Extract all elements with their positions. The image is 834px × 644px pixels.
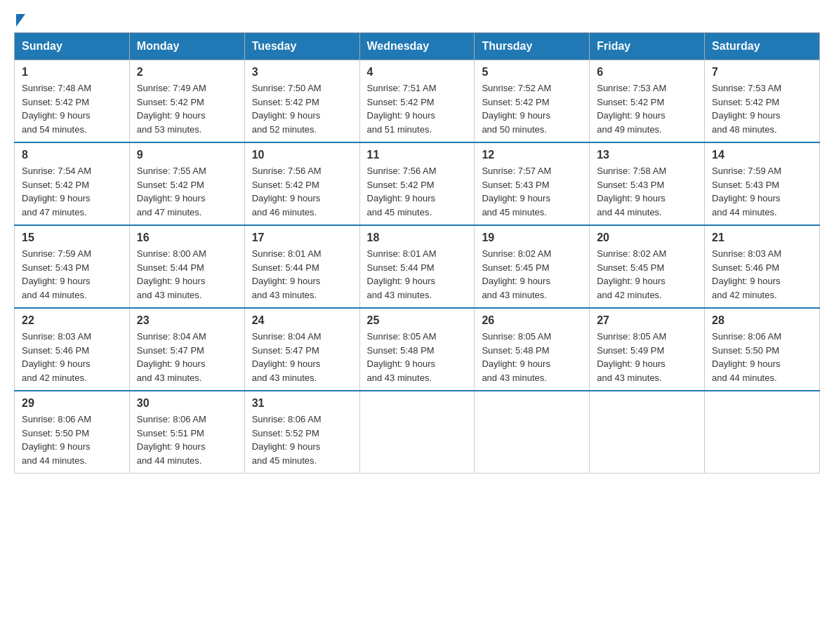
day-number: 20 xyxy=(597,232,697,244)
calendar-cell: 30 Sunrise: 8:06 AM Sunset: 5:51 PM Dayl… xyxy=(129,391,244,474)
day-header-friday: Friday xyxy=(590,33,705,60)
calendar-week-3: 15 Sunrise: 7:59 AM Sunset: 5:43 PM Dayl… xyxy=(15,225,820,308)
calendar-cell: 15 Sunrise: 7:59 AM Sunset: 5:43 PM Dayl… xyxy=(15,225,130,308)
day-info: Sunrise: 7:59 AM Sunset: 5:43 PM Dayligh… xyxy=(22,247,122,302)
calendar-cell: 21 Sunrise: 8:03 AM Sunset: 5:46 PM Dayl… xyxy=(705,225,820,308)
day-number: 17 xyxy=(252,232,352,244)
day-number: 8 xyxy=(22,149,122,161)
day-number: 25 xyxy=(367,314,468,327)
calendar-cell: 24 Sunrise: 8:04 AM Sunset: 5:47 PM Dayl… xyxy=(244,308,359,391)
calendar-cell: 4 Sunrise: 7:51 AM Sunset: 5:42 PM Dayli… xyxy=(359,60,475,143)
day-header-wednesday: Wednesday xyxy=(359,33,475,60)
day-info: Sunrise: 8:04 AM Sunset: 5:47 PM Dayligh… xyxy=(137,330,237,384)
calendar-cell: 27 Sunrise: 8:05 AM Sunset: 5:49 PM Dayl… xyxy=(590,308,705,391)
day-header-tuesday: Tuesday xyxy=(244,33,359,60)
calendar-cell: 25 Sunrise: 8:05 AM Sunset: 5:48 PM Dayl… xyxy=(359,308,475,391)
day-info: Sunrise: 8:05 AM Sunset: 5:48 PM Dayligh… xyxy=(367,330,468,384)
calendar-header-row: SundayMondayTuesdayWednesdayThursdayFrid… xyxy=(15,33,820,60)
day-info: Sunrise: 7:53 AM Sunset: 5:42 PM Dayligh… xyxy=(597,81,697,136)
day-number: 2 xyxy=(137,66,237,79)
calendar-cell: 29 Sunrise: 8:06 AM Sunset: 5:50 PM Dayl… xyxy=(15,391,130,474)
page-header xyxy=(14,14,820,21)
day-info: Sunrise: 7:48 AM Sunset: 5:42 PM Dayligh… xyxy=(22,81,122,136)
day-number: 12 xyxy=(482,149,582,161)
day-info: Sunrise: 7:57 AM Sunset: 5:43 PM Dayligh… xyxy=(482,164,582,219)
day-info: Sunrise: 8:01 AM Sunset: 5:44 PM Dayligh… xyxy=(367,247,468,302)
calendar-cell: 28 Sunrise: 8:06 AM Sunset: 5:50 PM Dayl… xyxy=(705,308,820,391)
day-info: Sunrise: 8:01 AM Sunset: 5:44 PM Dayligh… xyxy=(252,247,352,302)
day-header-monday: Monday xyxy=(129,33,244,60)
calendar-cell: 11 Sunrise: 7:56 AM Sunset: 5:42 PM Dayl… xyxy=(359,142,475,225)
calendar-cell: 7 Sunrise: 7:53 AM Sunset: 5:42 PM Dayli… xyxy=(705,60,820,143)
day-number: 4 xyxy=(367,66,468,79)
logo xyxy=(14,14,25,21)
calendar-cell: 10 Sunrise: 7:56 AM Sunset: 5:42 PM Dayl… xyxy=(244,142,359,225)
day-number: 11 xyxy=(367,149,468,161)
day-info: Sunrise: 7:50 AM Sunset: 5:42 PM Dayligh… xyxy=(252,81,352,136)
calendar-cell: 20 Sunrise: 8:02 AM Sunset: 5:45 PM Dayl… xyxy=(590,225,705,308)
day-number: 18 xyxy=(367,232,468,244)
day-info: Sunrise: 7:56 AM Sunset: 5:42 PM Dayligh… xyxy=(367,164,468,219)
calendar-cell: 22 Sunrise: 8:03 AM Sunset: 5:46 PM Dayl… xyxy=(15,308,130,391)
calendar-cell: 16 Sunrise: 8:00 AM Sunset: 5:44 PM Dayl… xyxy=(129,225,244,308)
day-info: Sunrise: 8:06 AM Sunset: 5:50 PM Dayligh… xyxy=(22,412,122,467)
calendar-cell: 13 Sunrise: 7:58 AM Sunset: 5:43 PM Dayl… xyxy=(590,142,705,225)
day-info: Sunrise: 7:55 AM Sunset: 5:42 PM Dayligh… xyxy=(137,164,237,219)
day-info: Sunrise: 8:05 AM Sunset: 5:48 PM Dayligh… xyxy=(482,330,582,384)
day-number: 10 xyxy=(252,149,352,161)
day-info: Sunrise: 8:03 AM Sunset: 5:46 PM Dayligh… xyxy=(712,247,812,302)
day-number: 19 xyxy=(482,232,582,244)
day-number: 23 xyxy=(137,314,237,327)
calendar-cell xyxy=(475,391,590,474)
calendar-cell: 8 Sunrise: 7:54 AM Sunset: 5:42 PM Dayli… xyxy=(15,142,130,225)
day-header-thursday: Thursday xyxy=(475,33,590,60)
day-header-sunday: Sunday xyxy=(15,33,130,60)
day-number: 24 xyxy=(252,314,352,327)
day-number: 22 xyxy=(22,314,122,327)
day-number: 27 xyxy=(597,314,697,327)
day-number: 31 xyxy=(252,397,352,410)
calendar-cell: 5 Sunrise: 7:52 AM Sunset: 5:42 PM Dayli… xyxy=(475,60,590,143)
day-number: 9 xyxy=(137,149,237,161)
calendar-cell: 19 Sunrise: 8:02 AM Sunset: 5:45 PM Dayl… xyxy=(475,225,590,308)
day-number: 16 xyxy=(137,232,237,244)
calendar-cell: 2 Sunrise: 7:49 AM Sunset: 5:42 PM Dayli… xyxy=(129,60,244,143)
day-number: 28 xyxy=(712,314,812,327)
day-info: Sunrise: 8:06 AM Sunset: 5:51 PM Dayligh… xyxy=(137,412,237,467)
calendar-cell xyxy=(705,391,820,474)
day-info: Sunrise: 7:51 AM Sunset: 5:42 PM Dayligh… xyxy=(367,81,468,136)
calendar-cell: 12 Sunrise: 7:57 AM Sunset: 5:43 PM Dayl… xyxy=(475,142,590,225)
calendar-cell: 17 Sunrise: 8:01 AM Sunset: 5:44 PM Dayl… xyxy=(244,225,359,308)
day-info: Sunrise: 8:04 AM Sunset: 5:47 PM Dayligh… xyxy=(252,330,352,384)
calendar-cell: 23 Sunrise: 8:04 AM Sunset: 5:47 PM Dayl… xyxy=(129,308,244,391)
day-number: 14 xyxy=(712,149,812,161)
day-info: Sunrise: 8:06 AM Sunset: 5:52 PM Dayligh… xyxy=(252,412,352,467)
day-number: 29 xyxy=(22,397,122,410)
day-number: 3 xyxy=(252,66,352,79)
day-number: 13 xyxy=(597,149,697,161)
day-info: Sunrise: 8:03 AM Sunset: 5:46 PM Dayligh… xyxy=(22,330,122,384)
logo-triangle-icon xyxy=(16,14,25,27)
day-number: 30 xyxy=(137,397,237,410)
calendar-cell: 1 Sunrise: 7:48 AM Sunset: 5:42 PM Dayli… xyxy=(15,60,130,143)
day-number: 7 xyxy=(712,66,812,79)
day-number: 26 xyxy=(482,314,582,327)
day-number: 21 xyxy=(712,232,812,244)
calendar-cell: 31 Sunrise: 8:06 AM Sunset: 5:52 PM Dayl… xyxy=(244,391,359,474)
day-header-saturday: Saturday xyxy=(705,33,820,60)
calendar-cell: 3 Sunrise: 7:50 AM Sunset: 5:42 PM Dayli… xyxy=(244,60,359,143)
calendar-cell: 9 Sunrise: 7:55 AM Sunset: 5:42 PM Dayli… xyxy=(129,142,244,225)
day-number: 15 xyxy=(22,232,122,244)
calendar-week-1: 1 Sunrise: 7:48 AM Sunset: 5:42 PM Dayli… xyxy=(15,60,820,143)
day-info: Sunrise: 7:58 AM Sunset: 5:43 PM Dayligh… xyxy=(597,164,697,219)
calendar-cell: 14 Sunrise: 7:59 AM Sunset: 5:43 PM Dayl… xyxy=(705,142,820,225)
day-info: Sunrise: 8:06 AM Sunset: 5:50 PM Dayligh… xyxy=(712,330,812,384)
day-info: Sunrise: 8:02 AM Sunset: 5:45 PM Dayligh… xyxy=(482,247,582,302)
day-info: Sunrise: 8:02 AM Sunset: 5:45 PM Dayligh… xyxy=(597,247,697,302)
day-info: Sunrise: 7:53 AM Sunset: 5:42 PM Dayligh… xyxy=(712,81,812,136)
calendar-cell: 26 Sunrise: 8:05 AM Sunset: 5:48 PM Dayl… xyxy=(475,308,590,391)
day-info: Sunrise: 8:05 AM Sunset: 5:49 PM Dayligh… xyxy=(597,330,697,384)
calendar-week-5: 29 Sunrise: 8:06 AM Sunset: 5:50 PM Dayl… xyxy=(15,391,820,474)
day-number: 6 xyxy=(597,66,697,79)
calendar-cell: 18 Sunrise: 8:01 AM Sunset: 5:44 PM Dayl… xyxy=(359,225,475,308)
